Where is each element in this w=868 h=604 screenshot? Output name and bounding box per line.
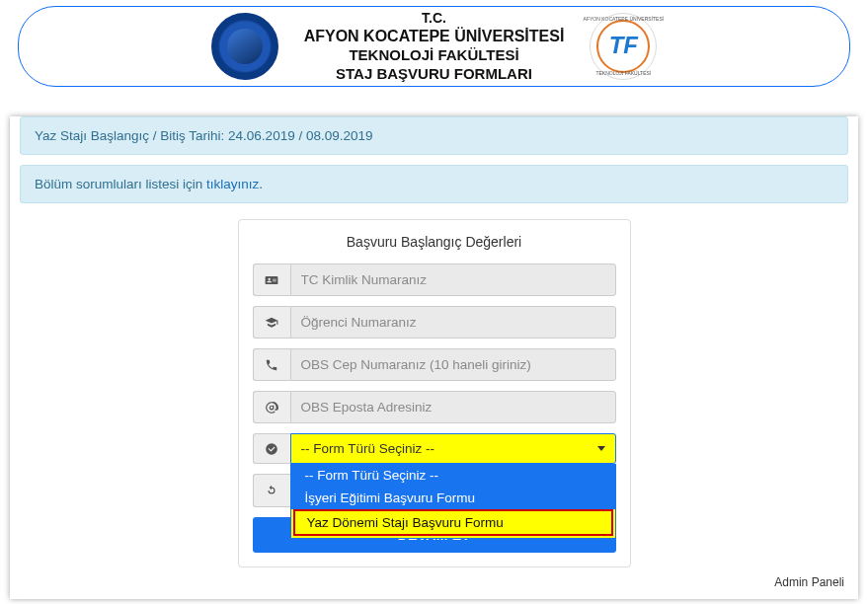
faculty-logo-bottom: TEKNOLOJİ FAKÜLTESİ	[595, 70, 651, 76]
alert-responsibles-suffix: .	[259, 177, 263, 191]
header-line-4: STAJ BAŞVURU FORMLARI	[304, 65, 565, 84]
tc-group	[253, 264, 616, 296]
header-line-2: AFYON KOCATEPE ÜNİVERSİTESİ	[304, 27, 565, 46]
alert-responsibles-prefix: Bölüm sorumluları listesi için	[35, 177, 206, 191]
form-type-group: -- Form Türü Seçiniz -- -- Form Türü Seç…	[253, 433, 616, 464]
form-card: Başvuru Başlangıç Değerleri	[238, 219, 631, 567]
faculty-logo-center: TF	[609, 32, 638, 59]
eposta-input[interactable]	[290, 391, 616, 423]
form-type-option-0[interactable]: -- Form Türü Seçiniz --	[291, 464, 615, 487]
tc-input[interactable]	[290, 264, 616, 296]
university-logo	[211, 13, 278, 80]
chevron-down-icon	[597, 446, 605, 451]
form-type-option-2[interactable]: Yaz Dönemi Stajı Başvuru Formu	[293, 509, 613, 536]
form-type-option-1[interactable]: İşyeri Eğitimi Başvuru Formu	[291, 487, 615, 509]
alert-responsibles: Bölüm sorumluları listesi için tıklayını…	[20, 165, 848, 203]
form-type-select[interactable]: -- Form Türü Seçiniz --	[290, 433, 616, 464]
at-icon	[253, 391, 290, 423]
eposta-group	[253, 391, 616, 423]
cep-group	[253, 348, 616, 381]
alert-dates: Yaz Stajı Başlangıç / Bitiş Tarihi: 24.0…	[20, 116, 848, 155]
form-type-current: -- Form Türü Seçiniz --	[301, 441, 435, 456]
header-titles: T.C. AFYON KOCATEPE ÜNİVERSİTESİ TEKNOLO…	[304, 10, 565, 84]
faculty-logo-top: AFYON KOCATEPE ÜNİVERSİTESİ	[584, 16, 665, 22]
form-title: Başvuru Başlangıç Değerleri	[239, 220, 630, 264]
check-circle-icon	[253, 433, 290, 464]
admin-panel-link[interactable]: Admin Paneli	[10, 567, 858, 589]
ogrno-input[interactable]	[290, 306, 616, 339]
cep-input[interactable]	[290, 348, 616, 381]
id-card-icon	[253, 264, 290, 296]
alert-dates-text: Yaz Stajı Başlangıç / Bitiş Tarihi: 24.0…	[35, 128, 372, 143]
phone-icon	[253, 348, 290, 381]
header-line-3: TEKNOLOJİ FAKÜLTESİ	[304, 46, 565, 65]
form-type-dropdown: -- Form Türü Seçiniz -- İşyeri Eğitimi B…	[290, 464, 616, 539]
ogrno-group	[253, 306, 616, 339]
header-line-1: T.C.	[304, 10, 565, 28]
page-panel: Yaz Stajı Başlangıç / Bitiş Tarihi: 24.0…	[10, 116, 858, 599]
header-banner: T.C. AFYON KOCATEPE ÜNİVERSİTESİ TEKNOLO…	[18, 6, 850, 87]
refresh-icon	[253, 474, 290, 507]
graduation-cap-icon	[253, 306, 290, 339]
faculty-logo: AFYON KOCATEPE ÜNİVERSİTESİ TF TEKNOLOJİ…	[590, 13, 657, 80]
responsibles-link[interactable]: tıklayınız	[206, 177, 259, 191]
